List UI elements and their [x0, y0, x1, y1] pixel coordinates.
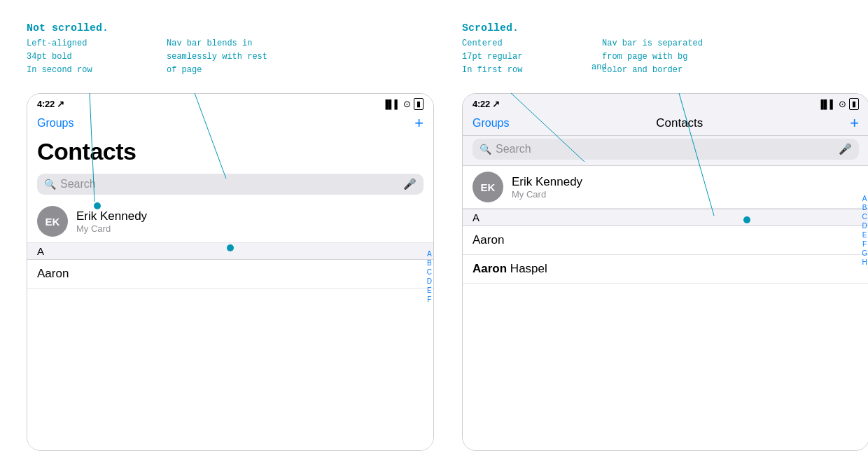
- right-ek-contact-item[interactable]: EK Erik Kennedy My Card: [463, 166, 868, 209]
- left-contact-list: EK Erik Kennedy My Card A Aaron: [27, 200, 433, 450]
- left-search-bar-container: 🔍 Search 🎤: [27, 171, 433, 200]
- right-idx-c[interactable]: C: [862, 213, 867, 221]
- left-mic-icon[interactable]: 🎤: [403, 178, 416, 190]
- right-search-bar-container: 🔍 Search 🎤: [463, 136, 868, 166]
- right-contact-sub: My Card: [512, 189, 859, 200]
- signal-icon: ▐▌▌: [382, 99, 400, 109]
- right-contact-list: EK Erik Kennedy My Card A Aaron: [463, 166, 868, 450]
- right-contact-name: Erik Kennedy: [512, 175, 859, 189]
- left-groups-link[interactable]: Groups: [37, 117, 74, 130]
- left-idx-f[interactable]: F: [427, 296, 432, 304]
- left-search-bar[interactable]: 🔍 Search 🎤: [37, 174, 424, 195]
- right-row2-bold: Aaron: [472, 262, 507, 275]
- right-ann2-text: Nav bar is separated from page with bg c…: [602, 37, 703, 78]
- left-title-pointer-dot: [94, 202, 101, 209]
- left-phone-mockup: 4:22 ↗ ▐▌▌ ⊙ ▮ Groups + Contacts: [27, 93, 434, 451]
- left-status-time: 4:22 ↗: [37, 99, 64, 109]
- left-large-title: Contacts: [27, 135, 433, 171]
- right-search-bar[interactable]: 🔍 Search 🎤: [472, 139, 859, 160]
- right-ek-avatar: EK: [472, 172, 503, 202]
- battery-icon: ▮: [414, 98, 424, 110]
- right-idx-e[interactable]: E: [862, 231, 867, 240]
- right-idx-f[interactable]: F: [862, 240, 867, 249]
- right-ann1-text: Centered 17pt regular In first row: [462, 37, 522, 78]
- right-idx-d[interactable]: D: [862, 222, 867, 230]
- right-idx-b[interactable]: B: [862, 204, 867, 212]
- right-aaron-row[interactable]: Aaron: [463, 226, 868, 255]
- right-signal-icon: ▐▌▌: [818, 99, 836, 109]
- right-phone-mockup: 4:22 ↗ ▐▌▌ ⊙ ▮ Groups Contacts +: [462, 93, 868, 451]
- right-and-label: and: [592, 62, 607, 72]
- right-idx-h[interactable]: H: [862, 258, 867, 267]
- left-idx-e[interactable]: E: [427, 286, 432, 295]
- left-ann1-text: Left-aligned 34pt bold In second row: [27, 37, 92, 78]
- left-index-sidebar: A B C D E F: [427, 250, 432, 304]
- wifi-icon: ⊙: [403, 99, 411, 109]
- left-contact-info: Erik Kennedy My Card: [76, 209, 424, 234]
- right-groups-link[interactable]: Groups: [472, 117, 509, 130]
- left-panel: Left-aligned 34pt bold In second row Nav…: [27, 37, 434, 451]
- left-idx-d[interactable]: D: [427, 277, 432, 286]
- right-mic-icon[interactable]: 🎤: [839, 143, 852, 155]
- right-index-sidebar: A B C D E F G H: [862, 195, 867, 267]
- right-contact-info: Erik Kennedy My Card: [512, 175, 859, 200]
- right-section-title: Scrolled.: [462, 22, 519, 34]
- left-nav-pointer-dot: [227, 244, 234, 251]
- left-contact-name: Erik Kennedy: [76, 209, 424, 223]
- right-status-icons: ▐▌▌ ⊙ ▮: [818, 98, 859, 110]
- right-idx-g[interactable]: G: [862, 249, 867, 258]
- right-search-placeholder: Search: [496, 143, 834, 155]
- right-wifi-icon: ⊙: [839, 99, 846, 109]
- left-contact-sub: My Card: [76, 223, 424, 234]
- left-search-placeholder: Search: [60, 178, 399, 190]
- left-status-icons: ▐▌▌ ⊙ ▮: [382, 98, 424, 110]
- left-status-bar: 4:22 ↗ ▐▌▌ ⊙ ▮: [27, 94, 433, 113]
- right-status-time: 4:22 ↗: [472, 99, 500, 109]
- left-ek-contact-item[interactable]: EK Erik Kennedy My Card: [27, 200, 433, 243]
- left-nav-bar: Groups +: [27, 113, 433, 135]
- right-plus-button[interactable]: +: [850, 116, 859, 131]
- right-status-bar: 4:22 ↗ ▐▌▌ ⊙ ▮: [463, 94, 868, 113]
- right-search-icon: 🔍: [479, 144, 491, 155]
- left-aaron-row[interactable]: Aaron: [27, 260, 433, 289]
- left-ann2-text: Nav bar blends in seamlessly with rest o…: [167, 37, 267, 78]
- left-search-icon: 🔍: [44, 179, 56, 190]
- left-section-title: Not scrolled.: [27, 22, 108, 34]
- right-idx-a[interactable]: A: [862, 195, 867, 203]
- right-row2-rest: Haspel: [507, 262, 547, 275]
- left-idx-a[interactable]: A: [427, 250, 432, 258]
- right-panel: Centered 17pt regular In first row Nav b…: [462, 37, 868, 451]
- right-nav-bar: Groups Contacts +: [463, 113, 868, 136]
- left-idx-b[interactable]: B: [427, 259, 432, 268]
- left-idx-c[interactable]: C: [427, 268, 432, 277]
- right-navborder-pointer-dot: [743, 216, 750, 223]
- right-nav-title: Contacts: [656, 116, 703, 130]
- left-plus-button[interactable]: +: [414, 116, 424, 131]
- left-ek-avatar: EK: [37, 206, 68, 237]
- right-section-a-header: A: [463, 209, 868, 226]
- right-battery-icon: ▮: [849, 98, 859, 110]
- right-aaron-haspel-row[interactable]: Aaron Haspel: [463, 255, 868, 284]
